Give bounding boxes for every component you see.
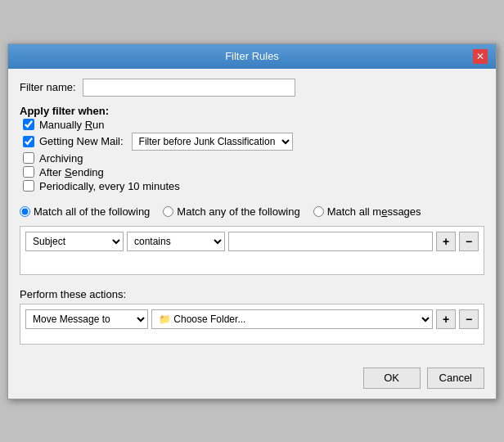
- dialog-title: Filter Rules: [31, 50, 473, 62]
- periodically-checkbox[interactable]: [23, 180, 34, 192]
- match-any-label: Match any of the following: [177, 205, 299, 218]
- filter-name-label: Filter name:: [20, 81, 76, 93]
- manually-run-checkbox[interactable]: [23, 119, 34, 130]
- periodically-label: Periodically, every 10 minutes: [39, 180, 180, 192]
- action-type-select[interactable]: Move Message to Copy Message to Delete M…: [25, 309, 148, 329]
- conditions-box: Subject From To CC Body Date contains do…: [20, 226, 484, 275]
- manually-run-row: Manually Run: [23, 119, 484, 131]
- archiving-label: Archiving: [39, 152, 83, 165]
- actions-label: Perform these actions:: [20, 288, 484, 300]
- archiving-checkbox[interactable]: [23, 152, 34, 164]
- dialog-body: Filter name: Apply filter when: Manually…: [8, 69, 496, 354]
- close-button[interactable]: ✕: [473, 49, 488, 64]
- match-all-msgs-radio[interactable]: [313, 206, 324, 217]
- filter-name-input[interactable]: [83, 79, 295, 97]
- match-all-msgs-option: Match all messages: [313, 205, 421, 218]
- folder-select[interactable]: 📁 Choose Folder...: [151, 309, 433, 329]
- manually-run-label: Manually Run: [39, 119, 105, 131]
- mail-filter-select[interactable]: Filter before Junk Classification Filter…: [132, 133, 293, 151]
- ok-button[interactable]: OK: [363, 368, 421, 389]
- match-all-radio[interactable]: [20, 206, 30, 217]
- dialog-footer: OK Cancel: [8, 358, 496, 399]
- condition-field-select[interactable]: Subject From To CC Body Date: [25, 232, 124, 251]
- remove-condition-button[interactable]: −: [459, 232, 479, 251]
- remove-action-button[interactable]: −: [459, 309, 479, 329]
- apply-when-section: Apply filter when: Manually Run Getting …: [20, 105, 484, 194]
- actions-section: Perform these actions: Move Message to C…: [20, 283, 484, 345]
- add-action-button[interactable]: +: [436, 309, 456, 329]
- match-options-row: Match all of the following Match any of …: [20, 205, 484, 218]
- match-all-option: Match all of the following: [20, 205, 150, 218]
- after-sending-checkbox[interactable]: [23, 166, 34, 178]
- getting-new-mail-label: Getting New Mail:: [39, 135, 124, 147]
- title-bar: Filter Rules ✕: [8, 44, 496, 69]
- getting-new-mail-checkbox[interactable]: [23, 136, 34, 147]
- periodically-row: Periodically, every 10 minutes: [23, 180, 484, 192]
- filter-rules-dialog: Filter Rules ✕ Filter name: Apply filter…: [7, 43, 497, 399]
- apply-when-label: Apply filter when:: [20, 105, 484, 117]
- add-condition-button[interactable]: +: [436, 232, 456, 251]
- after-sending-label: After Sending: [39, 166, 104, 178]
- condition-value-input[interactable]: [228, 232, 433, 251]
- after-sending-row: After Sending: [23, 166, 484, 178]
- match-any-option: Match any of the following: [163, 205, 299, 218]
- condition-row: Subject From To CC Body Date contains do…: [25, 232, 479, 251]
- condition-operator-select[interactable]: contains doesn't contain is isn't begins…: [127, 232, 225, 251]
- archiving-row: Archiving: [23, 152, 484, 165]
- filter-name-row: Filter name:: [20, 79, 484, 97]
- match-all-label: Match all of the following: [34, 205, 150, 218]
- actions-box: Move Message to Copy Message to Delete M…: [20, 304, 484, 345]
- getting-new-mail-row: Getting New Mail: Filter before Junk Cla…: [23, 133, 484, 151]
- action-row: Move Message to Copy Message to Delete M…: [25, 309, 479, 329]
- cancel-button[interactable]: Cancel: [427, 368, 484, 389]
- match-any-radio[interactable]: [163, 206, 173, 217]
- match-all-msgs-label: Match all messages: [327, 205, 421, 218]
